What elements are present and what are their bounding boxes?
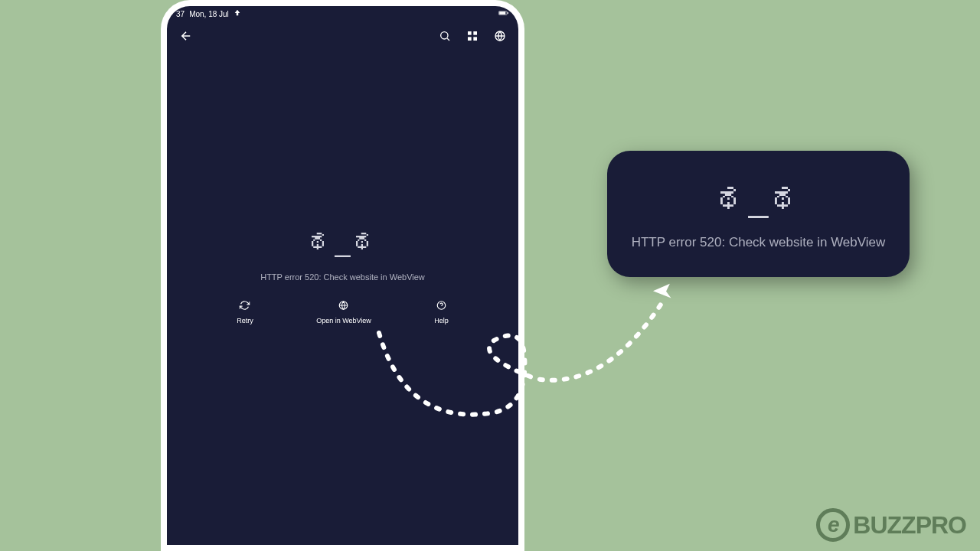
open-webview-label: Open in WebView: [316, 317, 371, 324]
retry-label: Retry: [237, 317, 253, 324]
cursor-arrow-icon: [652, 278, 677, 305]
svg-rect-2: [499, 11, 505, 15]
status-indicator-icon: [234, 9, 241, 18]
callout-emoji: ಥ_ಥ: [714, 178, 804, 220]
status-bar-right: [498, 9, 509, 18]
status-bar-left: 37 Mon, 18 Jul: [176, 9, 241, 18]
callout-card: ಥ_ಥ HTTP error 520: Check website in Web…: [607, 151, 910, 277]
retry-button[interactable]: Retry: [237, 300, 253, 324]
open-webview-button[interactable]: Open in WebView: [316, 300, 371, 324]
grid-icon[interactable]: [466, 30, 479, 42]
callout-message: HTTP error 520: Check website in WebView: [632, 235, 886, 250]
back-button[interactable]: [179, 29, 193, 43]
watermark: e BUZZPRO: [816, 508, 966, 542]
globe-icon: [338, 300, 349, 314]
help-icon: [436, 300, 447, 314]
refresh-icon: [240, 300, 250, 314]
svg-rect-4: [468, 31, 472, 35]
error-actions: Retry Open in WebView Help: [167, 300, 518, 324]
status-time: 37: [176, 10, 185, 18]
error-content: ಥ_ಥ HTTP error 520: Check website in Web…: [167, 227, 518, 324]
svg-rect-6: [468, 37, 472, 41]
svg-point-3: [441, 32, 448, 39]
watermark-icon: e: [816, 508, 850, 542]
phone-screen: 37 Mon, 18 Jul: [167, 6, 518, 545]
svg-rect-7: [473, 37, 477, 41]
battery-icon: [498, 9, 509, 18]
help-label: Help: [434, 317, 449, 324]
status-date: Mon, 18 Jul: [189, 10, 229, 18]
status-bar: 37 Mon, 18 Jul: [167, 6, 518, 21]
globe-icon[interactable]: [494, 30, 506, 42]
watermark-text: BUZZPRO: [853, 511, 966, 540]
svg-rect-1: [508, 12, 508, 14]
app-bar: [167, 21, 518, 51]
app-bar-actions: [439, 30, 506, 42]
error-emoji: ಥ_ಥ: [167, 227, 518, 259]
phone-frame: 37 Mon, 18 Jul: [161, 0, 524, 551]
svg-rect-5: [473, 31, 477, 35]
error-message: HTTP error 520: Check website in WebView: [167, 272, 518, 282]
help-button[interactable]: Help: [434, 300, 449, 324]
search-icon[interactable]: [439, 30, 451, 42]
